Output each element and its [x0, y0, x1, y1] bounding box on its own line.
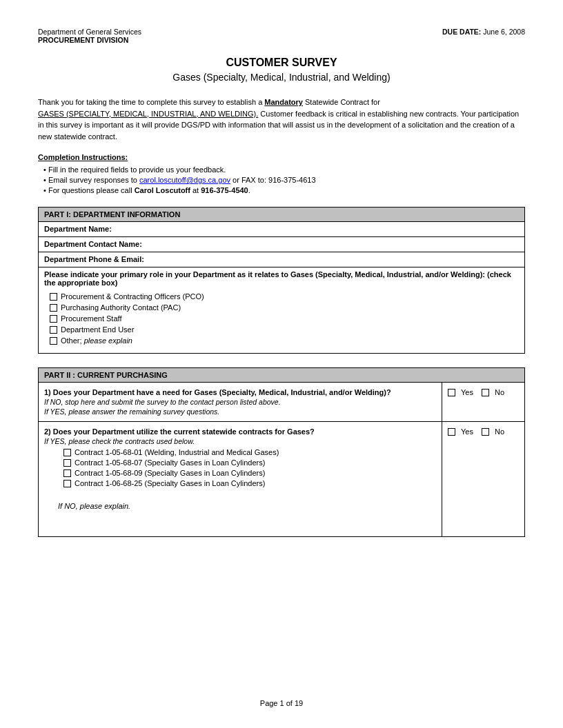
completion-section: Completion Instructions: Fill in the req…: [38, 153, 525, 194]
dept-contact-label: Department Contact Name:: [39, 237, 525, 252]
dept-contact-row: Department Contact Name:: [39, 237, 525, 252]
enduser-checkbox[interactable]: [50, 326, 57, 334]
q1-yes-no: Yes No: [442, 383, 525, 422]
role-enduser-row: Department End User: [50, 325, 513, 334]
page-container: Department of General Services PROCUREME…: [0, 0, 563, 728]
contact-phone: 916-375-4540: [201, 186, 248, 194]
q2-if-no: If NO, please explain.: [44, 502, 436, 510]
other-checkbox[interactable]: [50, 337, 57, 345]
checkboxes-section: Procurement & Contracting Officers (PCO)…: [44, 287, 519, 350]
intro-contract: GASES (SPECIALTY, MEDICAL, INDUSTRIAL, A…: [38, 110, 258, 118]
pac-label: Purchasing Authority Contact (PAC): [61, 303, 181, 312]
role-pac-row: Purchasing Authority Contact (PAC): [50, 303, 513, 312]
q2-yes-item: Yes: [448, 427, 473, 436]
contract-row-3: Contract 1-05-68-09 (Specialty Gases in …: [63, 469, 431, 477]
role-pco-row: Procurement & Contracting Officers (PCO): [50, 292, 513, 301]
q1-text: Does your Department have a need for Gas…: [53, 388, 391, 396]
q2-no-checkbox[interactable]: [482, 428, 489, 436]
dept-name-row: Department Name:: [39, 222, 525, 237]
intro-paragraph: Thank you for taking the time to complet…: [38, 97, 525, 142]
contract2-label: Contract 1-05-68-07 (Specialty Gases in …: [75, 458, 265, 467]
part2-header: PART II : CURRENT PURCHASING: [39, 368, 525, 383]
completion-list: Fill in the required fields to provide u…: [38, 165, 525, 194]
pac-checkbox[interactable]: [50, 304, 57, 312]
contract2-checkbox[interactable]: [63, 459, 71, 467]
intro-text1: Thank you for taking the time to complet…: [38, 98, 264, 106]
q1-number: 1): [44, 388, 51, 396]
title-section: CUSTOMER SURVEY Gases (Specialty, Medica…: [38, 57, 525, 83]
completion-item-3: For questions please call Carol Loscutof…: [43, 186, 525, 194]
contract-row-2: Contract 1-05-68-07 (Specialty Gases in …: [63, 458, 431, 467]
contract1-checkbox[interactable]: [63, 449, 71, 456]
role-question-cell: Please indicate your primary role in you…: [39, 267, 525, 354]
role-question-text: Please indicate your primary role in you…: [44, 270, 485, 279]
contracts-section: Contract 1-05-68-01 (Welding, Industrial…: [44, 445, 436, 495]
due-label: DUE DATE:: [442, 28, 481, 36]
email-link[interactable]: carol.loscutoff@dgs.ca.gov: [139, 176, 230, 184]
q1-yes-label: Yes: [461, 388, 473, 396]
page-header: Department of General Services PROCUREME…: [38, 28, 525, 44]
q2-no-item: No: [482, 427, 504, 436]
pco-label: Procurement & Contracting Officers (PCO): [61, 292, 204, 301]
q1-no-checkbox[interactable]: [482, 389, 489, 396]
q2-text: Does your Department utilize the current…: [53, 427, 315, 436]
role-procurement-row: Procurement Staff: [50, 314, 513, 323]
part1-header-row: PART I: DEPARTMENT INFORMATION: [39, 208, 525, 222]
main-title: CUSTOMER SURVEY: [38, 57, 525, 69]
contract3-label: Contract 1-05-68-09 (Specialty Gases in …: [75, 469, 265, 477]
contract-row-4: Contract 1-06-68-25 (Specialty Gases in …: [63, 479, 431, 487]
q2-yes-no: Yes No: [442, 422, 525, 537]
procurement-checkbox[interactable]: [50, 315, 57, 323]
role-other-row: Other; please explain: [50, 336, 513, 345]
dept-phone-row: Department Phone & Email:: [39, 252, 525, 267]
q1-yes-item: Yes: [448, 388, 473, 396]
dept-phone-label: Department Phone & Email:: [39, 252, 525, 267]
sub-title: Gases (Specialty, Medical, Industrial, a…: [38, 72, 525, 83]
completion-item-1-text: Fill in the required fields to provide u…: [48, 165, 226, 174]
due-date: June 6, 2008: [483, 28, 525, 36]
enduser-label: Department End User: [61, 325, 134, 334]
q1-no-item: No: [482, 388, 504, 396]
part2-header-row: PART II : CURRENT PURCHASING: [39, 368, 525, 383]
part2-table: PART II : CURRENT PURCHASING 1) Does you…: [38, 367, 525, 537]
pco-checkbox[interactable]: [50, 293, 57, 301]
q2-number: 2): [44, 427, 51, 436]
footer-text: Page 1 of 19: [260, 699, 303, 707]
intro-mandatory: Mandatory: [264, 98, 303, 106]
role-question-row: Please indicate your primary role in you…: [39, 267, 525, 354]
page-footer: Page 1 of 19: [0, 699, 563, 707]
procurement-label: Procurement Staff: [61, 314, 121, 323]
q1-note1: If NO, stop here and submit the survey t…: [44, 398, 436, 406]
contact-name: Carol Loscutoff: [135, 186, 190, 194]
completion-item-2: Email survey responses to carol.loscutof…: [43, 176, 525, 184]
q1-cell: 1) Does your Department have a need for …: [39, 383, 442, 422]
contract4-checkbox[interactable]: [63, 480, 71, 487]
q2-yes-label: Yes: [461, 427, 473, 436]
q2-yes-no-group: Yes No: [448, 427, 519, 436]
q2-row: 2) Does your Department utilize the curr…: [39, 422, 525, 537]
part1-header: PART I: DEPARTMENT INFORMATION: [39, 208, 525, 222]
header-left: Department of General Services PROCUREME…: [38, 28, 141, 44]
contract4-label: Contract 1-06-68-25 (Specialty Gases in …: [75, 479, 265, 487]
header-right: DUE DATE: June 6, 2008: [442, 28, 525, 36]
part1-table: PART I: DEPARTMENT INFORMATION Departmen…: [38, 207, 525, 354]
contract3-checkbox[interactable]: [63, 469, 71, 477]
contract-row-1: Contract 1-05-68-01 (Welding, Industrial…: [63, 448, 431, 456]
q2-no-label: No: [495, 427, 504, 436]
q2-yes-checkbox[interactable]: [448, 428, 455, 436]
division-name: PROCUREMENT DIVISION: [38, 36, 141, 44]
q1-yes-checkbox[interactable]: [448, 389, 455, 396]
q1-yes-no-group: Yes No: [448, 388, 519, 396]
intro-text2: Statewide Contract for: [303, 98, 380, 106]
q1-row: 1) Does your Department have a need for …: [39, 383, 525, 422]
dept-name: Department of General Services: [38, 28, 141, 36]
other-label: Other; please explain: [61, 336, 132, 345]
completion-item-1: Fill in the required fields to provide u…: [43, 165, 525, 174]
dept-name-label: Department Name:: [39, 222, 525, 237]
q1-no-label: No: [495, 388, 504, 396]
q2-note: If YES, please check the contracts used …: [44, 437, 436, 445]
q1-note2: If YES, please answer the remaining surv…: [44, 407, 436, 416]
q2-cell: 2) Does your Department utilize the curr…: [39, 422, 442, 537]
completion-title: Completion Instructions:: [38, 153, 525, 161]
contract1-label: Contract 1-05-68-01 (Welding, Industrial…: [75, 448, 279, 456]
